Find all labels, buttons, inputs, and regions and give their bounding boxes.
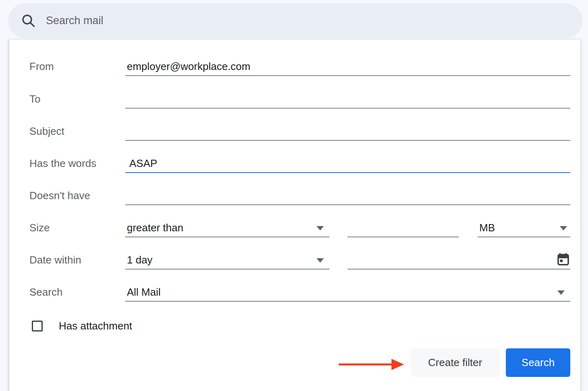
dropdown-arrow-icon xyxy=(317,226,324,230)
size-label: Size xyxy=(29,222,50,234)
date-within-dropdown[interactable]: 1 day xyxy=(125,253,329,270)
size-unit-value: MB xyxy=(479,222,495,234)
size-amount-field[interactable] xyxy=(348,220,459,237)
subject-label: Subject xyxy=(29,125,64,138)
date-within-value: 1 day xyxy=(127,254,153,266)
search-button[interactable]: Search xyxy=(506,348,570,377)
doesnt-have-label: Doesn't have xyxy=(29,189,90,202)
has-words-label: Has the words xyxy=(29,157,96,170)
red-annotation-arrow-icon xyxy=(337,357,406,374)
search-scope-value: All Mail xyxy=(127,286,161,298)
has-attachment-checkbox[interactable] xyxy=(32,321,43,331)
create-filter-button[interactable]: Create filter xyxy=(411,348,499,377)
from-label: From xyxy=(29,60,54,73)
doesnt-have-field[interactable] xyxy=(125,188,570,205)
has-words-field[interactable] xyxy=(125,156,570,173)
has-attachment-label: Has attachment xyxy=(59,320,132,332)
dropdown-arrow-icon xyxy=(317,258,324,263)
search-scope-label: Search xyxy=(29,286,62,298)
to-label: To xyxy=(29,93,40,105)
from-field[interactable] xyxy=(125,59,570,76)
search-input[interactable] xyxy=(46,14,583,27)
dropdown-arrow-icon xyxy=(560,226,567,230)
calendar-icon[interactable] xyxy=(557,253,569,268)
date-within-label: Date within xyxy=(29,254,81,266)
to-field[interactable] xyxy=(125,92,570,109)
search-scope-dropdown[interactable]: All Mail xyxy=(125,285,570,302)
size-comparator-dropdown[interactable]: greater than xyxy=(125,220,329,237)
search-icon xyxy=(21,13,36,29)
size-comparator-value: greater than xyxy=(127,222,183,234)
search-options-panel: From To Subject Has the words Doesn't ha… xyxy=(9,39,581,391)
dropdown-arrow-icon xyxy=(557,290,565,295)
date-field[interactable] xyxy=(348,253,570,270)
size-unit-dropdown[interactable]: MB xyxy=(478,220,570,237)
mail-search-bar[interactable] xyxy=(8,3,583,38)
subject-field[interactable] xyxy=(125,124,570,141)
